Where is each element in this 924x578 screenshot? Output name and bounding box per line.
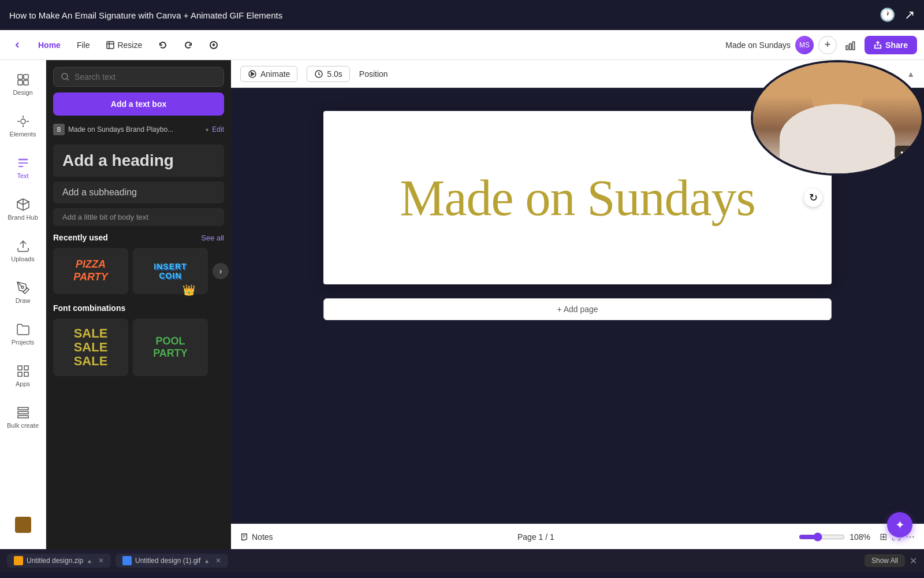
font-card-sale[interactable]: SALE SALE SALE: [53, 318, 128, 376]
svg-point-9: [21, 119, 25, 124]
recently-card-insert-coin[interactable]: INSERTCOIN: [133, 248, 208, 294]
search-input[interactable]: [74, 72, 217, 81]
grid-view-button[interactable]: ⊞: [880, 531, 887, 542]
show-all-button[interactable]: Show All: [865, 554, 905, 567]
sidebar-item-draw[interactable]: Draw: [3, 273, 43, 312]
add-page-button[interactable]: + Add page: [323, 298, 832, 320]
body-style[interactable]: Add a little bit of body text: [53, 208, 224, 226]
svg-rect-8: [24, 80, 28, 85]
brand-icon: B: [53, 124, 65, 135]
recently-card-pizza-party[interactable]: PIZZA PARTY: [53, 248, 128, 294]
search-icon: [61, 72, 70, 81]
svg-rect-4: [852, 42, 854, 50]
sidebar-uploads-label: Uploads: [11, 255, 34, 262]
sidebar-brand-hub-label: Brand Hub: [8, 214, 38, 221]
task-gif-arrow[interactable]: ▲: [204, 558, 210, 564]
svg-rect-3: [850, 43, 851, 49]
font-combinations-section: Font combinations SALE SALE SALE POOL PA…: [53, 303, 224, 376]
add-collaborator-button[interactable]: +: [818, 36, 837, 54]
subheading-style[interactable]: Add a subheading: [53, 181, 224, 203]
taskbar: Untitled design.zip ▲ ✕ Untitled design …: [0, 549, 924, 572]
pool-party-combo: POOL PARTY: [153, 335, 188, 360]
svg-point-19: [62, 73, 68, 79]
svg-rect-13: [24, 366, 28, 370]
analytics-button[interactable]: [841, 36, 860, 54]
save-button[interactable]: [203, 37, 224, 53]
title-bar-actions: 🕐 ↗: [880, 8, 915, 23]
home-button[interactable]: Home: [32, 37, 66, 53]
share-icon[interactable]: ↗: [904, 8, 915, 23]
scroll-right-button[interactable]: ›: [213, 263, 229, 279]
see-all-link[interactable]: See all: [201, 234, 224, 242]
animate-button[interactable]: Animate: [240, 66, 297, 82]
svg-point-11: [21, 286, 24, 288]
brand-name-text: Made on Sundays Brand Playbo...: [68, 125, 202, 134]
pizza-party-text: PIZZA PARTY: [73, 258, 107, 283]
svg-rect-2: [846, 46, 848, 50]
sidebar-item-elements[interactable]: Elements: [3, 106, 43, 146]
brand-dropdown-arrow[interactable]: ▾: [206, 127, 208, 133]
task-zip-arrow[interactable]: ▲: [87, 558, 92, 564]
svg-rect-12: [18, 366, 22, 370]
svg-rect-14: [18, 372, 22, 376]
refresh-button[interactable]: ↻: [804, 188, 822, 207]
video-more-button[interactable]: •••: [895, 146, 915, 160]
gif-file-icon: [122, 556, 132, 565]
search-box: [53, 67, 224, 87]
main-area: Design Elements Text Brand Hub Uploads D…: [0, 60, 924, 549]
icon-sidebar: Design Elements Text Brand Hub Uploads D…: [0, 60, 46, 549]
heading-style[interactable]: Add a heading: [53, 144, 224, 177]
sidebar-item-projects[interactable]: Projects: [3, 314, 43, 354]
sidebar-item-apps[interactable]: Apps: [3, 356, 43, 395]
recently-used-header: Recently used See all: [53, 233, 224, 242]
clock-icon[interactable]: 🕐: [880, 8, 895, 23]
recently-used-grid: PIZZA PARTY INSERTCOIN › 👑: [53, 248, 224, 294]
redo-button[interactable]: [178, 37, 199, 53]
sidebar-apps-label: Apps: [16, 380, 30, 387]
insert-coin-text: INSERTCOIN: [154, 262, 187, 280]
sidebar-item-bulk-create[interactable]: Bulk create: [3, 398, 43, 437]
svg-rect-6: [24, 75, 28, 79]
sidebar-item-uploads[interactable]: Uploads: [3, 231, 43, 271]
brand-selector: B Made on Sundays Brand Playbo... ▾ Edit: [53, 121, 224, 138]
position-button[interactable]: Position: [359, 69, 388, 79]
sidebar-design-label: Design: [13, 89, 32, 96]
sidebar-item-text[interactable]: Text: [3, 148, 43, 187]
back-button[interactable]: [7, 37, 28, 53]
add-textbox-button[interactable]: Add a text box: [53, 92, 224, 116]
zoom-slider[interactable]: [799, 532, 845, 542]
sidebar-item-design[interactable]: Design: [3, 65, 43, 104]
task-item-gif[interactable]: Untitled design (1).gif ▲ ✕: [116, 554, 228, 568]
task-gif-label: Untitled design (1).gif: [135, 557, 200, 565]
sidebar-projects-label: Projects: [12, 339, 35, 346]
taskbar-close-button[interactable]: ✕: [910, 555, 917, 566]
task-zip-close[interactable]: ✕: [98, 557, 104, 565]
sidebar-draw-label: Draw: [16, 297, 31, 304]
task-zip-label: Untitled design.zip: [27, 557, 83, 565]
font-card-pool-party[interactable]: POOL PARTY: [133, 318, 208, 376]
avatar[interactable]: MS: [795, 36, 814, 54]
sidebar-color-swatch[interactable]: [3, 505, 43, 544]
file-button[interactable]: File: [71, 37, 96, 53]
sidebar-item-brand-hub[interactable]: Brand Hub: [3, 190, 43, 229]
svg-rect-18: [18, 416, 28, 418]
bottom-bar: Notes Page 1 / 1 108% ⊞ ⛶ ⋯: [231, 524, 924, 549]
crown-icon: 👑: [182, 284, 195, 297]
zoom-controls: 108%: [799, 532, 870, 542]
magic-button[interactable]: ✦: [887, 512, 912, 538]
collapse-panel-button[interactable]: ▲: [907, 69, 915, 79]
share-button[interactable]: Share: [865, 36, 917, 54]
svg-rect-7: [18, 80, 23, 85]
time-button[interactable]: 5.0s: [307, 66, 349, 82]
sidebar-bulk-create-label: Bulk create: [7, 422, 39, 429]
canvas-main-text: Made on Sundays: [377, 169, 778, 227]
resize-button[interactable]: Resize: [100, 37, 148, 53]
brand-edit-link[interactable]: Edit: [212, 125, 224, 134]
task-gif-close[interactable]: ✕: [215, 557, 221, 565]
zoom-level: 108%: [850, 532, 870, 542]
task-item-zip[interactable]: Untitled design.zip ▲ ✕: [7, 554, 111, 568]
zip-file-icon: [14, 556, 23, 565]
svg-rect-0: [107, 42, 114, 49]
undo-button[interactable]: [152, 37, 173, 53]
notes-button[interactable]: Notes: [240, 532, 273, 542]
